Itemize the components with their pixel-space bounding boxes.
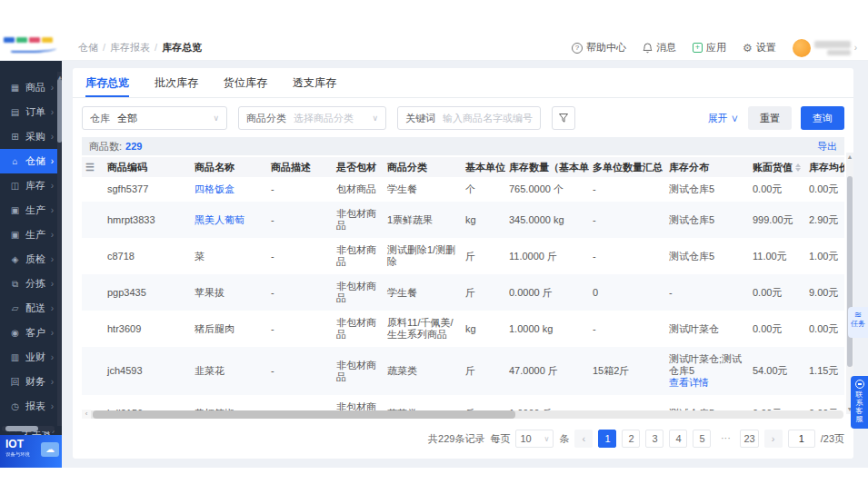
inventory-icon: ◫ [9, 181, 21, 191]
finance-icon: 回 [9, 376, 21, 389]
cell-distribution: 测试叶菜仓 [665, 311, 749, 347]
cell-category: 测试删除1/测删除 [384, 238, 462, 274]
page-button-2[interactable]: 2 [622, 430, 640, 448]
page-ellipsis: ··· [716, 430, 734, 448]
tab-3[interactable]: 货位库存 [224, 68, 267, 97]
scroll-up-icon[interactable]: ▲ [846, 153, 853, 162]
tab-1[interactable]: 库存总览 [85, 68, 129, 97]
sort-icon[interactable] [795, 163, 801, 172]
main-content: 库存总览批次库存货位库存透支库存 仓库 全部 ∨ 商品分类 选择商品分类 ∨ 关… [62, 61, 868, 468]
total-records: 共229条记录 [428, 432, 484, 446]
task-stack-icon: ≋ [854, 310, 862, 320]
sidebar-item-production2[interactable]: ▣生产› [0, 222, 57, 247]
next-page-button[interactable]: › [764, 430, 783, 448]
warehouse-select[interactable]: 仓库 全部 ∨ [82, 106, 227, 130]
tab-4[interactable]: 透支库存 [293, 68, 336, 97]
filter-bar: 仓库 全部 ∨ 商品分类 选择商品分类 ∨ 关键词 展开 ∨ [73, 98, 853, 137]
cell-category: 原料11/千佩美/生生系列商品 [384, 311, 462, 347]
cell-unit: kg [462, 202, 505, 238]
category-select[interactable]: 商品分类 选择商品分类 ∨ [238, 106, 386, 130]
cell-code: jch4593 [104, 347, 191, 395]
page-button-5[interactable]: 5 [693, 430, 711, 448]
expand-link[interactable]: 展开 ∨ [708, 112, 739, 125]
reports-icon: ◷ [9, 401, 21, 411]
cell-packing: 非包材商品 [333, 274, 384, 311]
product-name-link[interactable]: 黑美人葡萄 [195, 214, 244, 225]
column-settings-icon[interactable]: ☰ [85, 162, 95, 173]
iot-banner[interactable]: IOT 设备与环境 ☁ [0, 435, 62, 468]
help-center-button[interactable]: ?帮助中心 [572, 41, 626, 54]
cell-qty: 765.0000 个 [505, 177, 589, 202]
cell-qty: 0.0000 斤 [505, 274, 589, 311]
purchase-icon: ⊞ [9, 132, 21, 142]
cell-unit: 斤 [462, 238, 505, 274]
sidebar-item-orders[interactable]: ▤订单› [0, 100, 57, 124]
breadcrumb-level1[interactable]: 仓储 [78, 42, 98, 53]
cell-distribution: 测试叶菜仓;测试仓库5查看详情 [665, 347, 749, 395]
sidebar-item-delivery[interactable]: ▱配送› [0, 296, 57, 321]
cell-book-value: 0.00元 [749, 274, 805, 311]
cell-multi-unit: - [589, 177, 665, 202]
tab-2[interactable]: 批次库存 [155, 68, 198, 97]
table-horizontal-scrollbar[interactable]: ‹ [82, 410, 843, 419]
cell-distribution: - [665, 274, 749, 311]
sidebar-horizontal-scrollbar[interactable] [2, 426, 55, 431]
funnel-icon [558, 113, 569, 124]
sidebar-item-inventory[interactable]: ◫库存› [0, 173, 57, 198]
sidebar-vertical-scrollbar[interactable]: ▲ [57, 72, 62, 426]
task-panel-button[interactable]: ≋ 任务 [848, 307, 868, 338]
cell-book-value: 0.00元 [749, 177, 805, 202]
sidebar-item-warehouse[interactable]: ⌂仓储› [0, 149, 57, 173]
reset-button[interactable]: 重置 [748, 106, 792, 130]
count-value: 229 [125, 141, 142, 152]
page-numbers: 12345···23 [598, 430, 758, 448]
product-name-link[interactable]: 四格饭盒 [195, 183, 234, 194]
page-button-3[interactable]: 3 [645, 430, 663, 448]
sidebar-item-goods[interactable]: ▦商品› [0, 75, 57, 100]
export-button[interactable]: 导出 [817, 140, 837, 153]
sidebar-item-quality-check[interactable]: ◈质检› [0, 247, 57, 272]
user-menu[interactable]: › [793, 39, 857, 57]
cell-code: htr3609 [104, 311, 191, 347]
inventory-table: ☰ 商品编码 商品名称 商品描述 是否包材 商品分类 基本单位 库存数量（基本单… [82, 157, 844, 419]
avatar [793, 39, 811, 57]
sidebar-item-finance[interactable]: 回财务› [0, 370, 57, 394]
view-details-link[interactable]: 查看详情 [669, 377, 745, 389]
top-header: 仓储/库存报表/库存总览 ?帮助中心 消息 +应用 ⚙设置 › [0, 35, 868, 61]
sidebar-item-production[interactable]: ▣生产› [0, 198, 57, 222]
messages-button[interactable]: 消息 [643, 41, 676, 54]
table-vertical-scrollbar[interactable]: ▲ ▼ [846, 153, 853, 414]
sidebar-item-business-finance[interactable]: ▥业财› [0, 345, 57, 370]
sidebar-item-reports[interactable]: ◷报表› [0, 394, 57, 419]
breadcrumb-level2[interactable]: 库存报表 [110, 42, 150, 53]
page-size-select[interactable]: 10∨ [515, 430, 554, 448]
page-button-23[interactable]: 23 [740, 430, 758, 448]
sidebar-item-purchase[interactable]: ⊞采购› [0, 124, 57, 149]
scroll-left-icon[interactable]: ‹ [82, 410, 91, 419]
iot-device-icon: ☁ [41, 442, 59, 457]
page-jump-input[interactable] [788, 430, 815, 448]
cell-unit: 斤 [462, 274, 505, 311]
prev-page-button[interactable]: ‹ [574, 430, 593, 448]
sidebar-item-sorting[interactable]: ⧉分拣› [0, 272, 57, 296]
keyword-input[interactable] [443, 113, 533, 124]
sidebar-item-customer[interactable]: ◉客户› [0, 321, 57, 345]
col-qty: 库存数量（基本单位） [505, 157, 589, 177]
page-button-4[interactable]: 4 [669, 430, 687, 448]
cell-code: pgp3435 [104, 274, 191, 311]
chevron-right-icon: › [51, 377, 54, 387]
search-button[interactable]: 查询 [801, 106, 844, 130]
apps-button[interactable]: +应用 [693, 41, 726, 54]
col-code: 商品编码 [104, 157, 191, 177]
page-button-1[interactable]: 1 [598, 430, 616, 448]
advanced-filter-button[interactable] [552, 106, 575, 130]
orders-icon: ▤ [9, 107, 21, 117]
col-avg-price: 库存均价 [805, 157, 844, 177]
header-actions: ?帮助中心 消息 +应用 ⚙设置 › [572, 35, 857, 61]
total-pages: /23页 [821, 432, 844, 446]
cell-name: 苹果拔 [191, 274, 267, 311]
col-distribution: 库存分布 [665, 157, 749, 177]
gear-icon: ⚙ [743, 43, 753, 54]
contact-support-button[interactable]: 联系客服 [851, 376, 868, 429]
settings-button[interactable]: ⚙设置 [743, 41, 776, 54]
